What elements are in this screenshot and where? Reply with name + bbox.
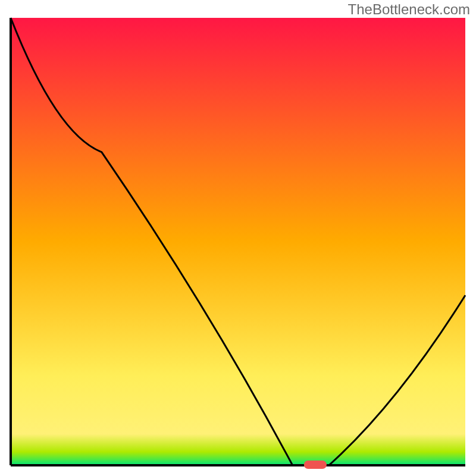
- chart-container: TheBottleneck.com: [0, 0, 476, 476]
- watermark-text: TheBottleneck.com: [348, 1, 470, 18]
- optimal-marker: [304, 461, 327, 469]
- plot-area: [11, 18, 465, 465]
- chart-svg: [0, 0, 476, 476]
